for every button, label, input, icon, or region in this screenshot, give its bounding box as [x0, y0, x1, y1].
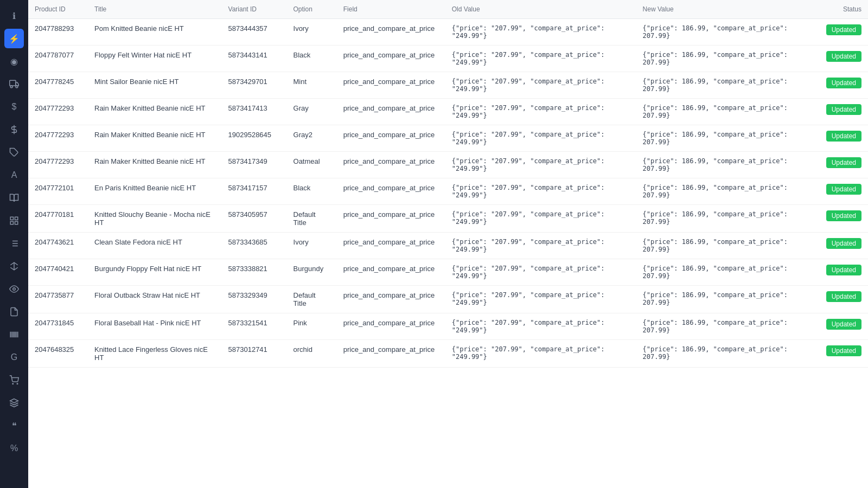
- layers-icon[interactable]: [4, 393, 24, 413]
- table-cell: {"price": "207.99", "compare_at_price": …: [445, 259, 636, 286]
- doc-icon[interactable]: [4, 302, 24, 322]
- table-cell: price_and_compare_at_price: [337, 72, 445, 99]
- table-cell: 5873338821: [222, 259, 287, 286]
- table-cell: Black: [287, 178, 337, 205]
- table-header-row: Product ID Title Variant ID Option Field…: [28, 0, 868, 19]
- table-row: 2047772293Rain Maker Knitted Beanie nicE…: [28, 125, 868, 152]
- svg-rect-7: [10, 222, 13, 224]
- table-cell: 5873343685: [222, 233, 287, 259]
- col-header-title: Title: [88, 0, 222, 19]
- table-cell: {"price": "207.99", "compare_at_price": …: [445, 178, 636, 205]
- table-cell: 5873012741: [222, 340, 287, 368]
- status-badge: Updated: [826, 78, 861, 88]
- data-table: Product ID Title Variant ID Option Field…: [28, 0, 868, 368]
- status-badge: Updated: [826, 265, 861, 275]
- tag-price-icon[interactable]: [4, 120, 24, 139]
- table-cell: {"price": 186.99, "compare_at_price": 20…: [636, 205, 814, 233]
- table-cell: 19029528645: [222, 125, 287, 152]
- table-cell: {"price": "207.99", "compare_at_price": …: [445, 152, 636, 178]
- list-icon[interactable]: [4, 234, 24, 253]
- dollar-icon[interactable]: $: [4, 97, 24, 117]
- svg-point-1: [10, 86, 12, 88]
- table-cell: {"price": 186.99, "compare_at_price": 20…: [636, 152, 814, 178]
- table-cell: 2047770181: [28, 205, 88, 233]
- eye-icon[interactable]: [4, 279, 24, 299]
- table-cell: {"price": 186.99, "compare_at_price": 20…: [636, 259, 814, 286]
- table-cell: Black: [287, 46, 337, 72]
- table-cell: price_and_compare_at_price: [337, 313, 445, 340]
- table-cell: {"price": "207.99", "compare_at_price": …: [445, 125, 636, 152]
- barcode-icon[interactable]: [4, 325, 24, 344]
- scale-icon[interactable]: [4, 256, 24, 276]
- main-content: Product ID Title Variant ID Option Field…: [28, 0, 868, 488]
- table-cell: {"price": 186.99, "compare_at_price": 20…: [636, 99, 814, 125]
- circle-icon[interactable]: ◉: [4, 52, 24, 71]
- book-icon[interactable]: [4, 188, 24, 208]
- table-cell: {"price": 186.99, "compare_at_price": 20…: [636, 19, 814, 46]
- status-badge: Updated: [826, 104, 861, 115]
- table-cell: {"price": "207.99", "compare_at_price": …: [445, 340, 636, 368]
- quote-icon[interactable]: ❝: [4, 416, 24, 435]
- table-cell: {"price": 186.99, "compare_at_price": 20…: [636, 313, 814, 340]
- table-cell: Oatmeal: [287, 152, 337, 178]
- text-a-icon[interactable]: A: [4, 165, 24, 185]
- table-cell: 2047772101: [28, 178, 88, 205]
- status-badge: Updated: [826, 319, 861, 330]
- table-cell: price_and_compare_at_price: [337, 99, 445, 125]
- table-cell: En Paris Knitted Beanie nicE HT: [88, 178, 222, 205]
- tag-icon[interactable]: [4, 143, 24, 162]
- table-cell: {"price": "207.99", "compare_at_price": …: [445, 46, 636, 72]
- status-badge: Updated: [826, 51, 861, 62]
- table-cell: {"price": 186.99, "compare_at_price": 20…: [636, 286, 814, 313]
- table-cell: {"price": 186.99, "compare_at_price": 20…: [636, 125, 814, 152]
- svg-point-24: [12, 383, 14, 384]
- table-row: 2047772101En Paris Knitted Beanie nicE H…: [28, 178, 868, 205]
- truck-icon[interactable]: [4, 74, 24, 94]
- table-cell: 5873417157: [222, 178, 287, 205]
- col-header-product-id: Product ID: [28, 0, 88, 19]
- percent-icon[interactable]: %: [4, 439, 24, 458]
- svg-rect-8: [15, 222, 18, 224]
- status-badge: Updated: [826, 210, 861, 221]
- table-cell: Rain Maker Knitted Beanie nicE HT: [88, 152, 222, 178]
- table-cell: Rain Maker Knitted Beanie nicE HT: [88, 125, 222, 152]
- table-cell: {"price": 186.99, "compare_at_price": 20…: [636, 46, 814, 72]
- info-icon[interactable]: ℹ: [4, 6, 24, 25]
- table-cell: Ivory: [287, 233, 337, 259]
- table-cell: Burgundy Floppy Felt Hat nicE HT: [88, 259, 222, 286]
- svg-point-2: [16, 86, 18, 88]
- table-cell: Rain Maker Knitted Beanie nicE HT: [88, 99, 222, 125]
- table-cell: price_and_compare_at_price: [337, 233, 445, 259]
- table-cell: 5873429701: [222, 72, 287, 99]
- svg-rect-6: [15, 217, 18, 220]
- table-row: 2047772293Rain Maker Knitted Beanie nicE…: [28, 99, 868, 125]
- table-cell: 2047788293: [28, 19, 88, 46]
- table-cell: price_and_compare_at_price: [337, 178, 445, 205]
- col-header-variant-id: Variant ID: [222, 0, 287, 19]
- table-cell: 2047731845: [28, 313, 88, 340]
- table-cell: 2047787077: [28, 46, 88, 72]
- table-cell: price_and_compare_at_price: [337, 46, 445, 72]
- g-icon[interactable]: G: [4, 348, 24, 367]
- table-cell: price_and_compare_at_price: [337, 286, 445, 313]
- table-cell: Floral Outback Straw Hat nicE HT: [88, 286, 222, 313]
- table-cell: 2047735877: [28, 286, 88, 313]
- table-cell: Clean Slate Fedora nicE HT: [88, 233, 222, 259]
- table-cell: Mint Sailor Beanie nicE HT: [88, 72, 222, 99]
- table-cell: Knitted Slouchy Beanie - Mocha nicE HT: [88, 205, 222, 233]
- cart-icon[interactable]: [4, 370, 24, 390]
- svg-point-16: [13, 288, 16, 291]
- status-badge: Updated: [826, 157, 861, 168]
- table-cell: Default Title: [287, 286, 337, 313]
- grid-icon[interactable]: [4, 211, 24, 230]
- table-cell: Pink: [287, 313, 337, 340]
- table-cell: 2047740421: [28, 259, 88, 286]
- table-cell: Gray2: [287, 125, 337, 152]
- table-cell: price_and_compare_at_price: [337, 152, 445, 178]
- col-header-option: Option: [287, 0, 337, 19]
- table-cell: {"price": "207.99", "compare_at_price": …: [445, 72, 636, 99]
- bolt-icon[interactable]: ⚡: [4, 29, 24, 48]
- table-cell: price_and_compare_at_price: [337, 19, 445, 46]
- table-cell: 2047743621: [28, 233, 88, 259]
- table-row: 2047648325Knitted Lace Fingerless Gloves…: [28, 340, 868, 368]
